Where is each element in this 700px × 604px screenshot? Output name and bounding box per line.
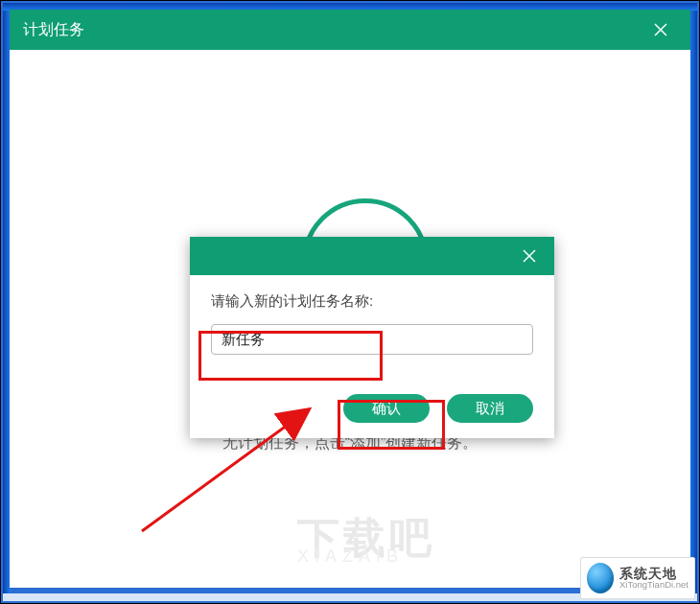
- badge-text: 系统天地 XiTongTianDi.net: [619, 567, 688, 591]
- modal-close-button[interactable]: [510, 237, 548, 275]
- confirm-button[interactable]: 确认: [343, 394, 430, 423]
- task-name-input[interactable]: [211, 324, 533, 355]
- site-badge: 系统天地 XiTongTianDi.net: [580, 557, 695, 599]
- window-close-button[interactable]: [641, 10, 681, 50]
- watermark-subtext: XIAZAIB: [297, 546, 404, 567]
- close-icon: [522, 248, 537, 264]
- titlebar: 计划任务: [10, 10, 690, 50]
- close-icon: [653, 22, 668, 37]
- new-task-modal: 请输入新的计划任务名称: 确认 取消: [190, 237, 554, 438]
- modal-body: 请输入新的计划任务名称: 确认 取消: [190, 275, 554, 438]
- globe-icon: [587, 563, 614, 593]
- modal-prompt: 请输入新的计划任务名称:: [211, 292, 533, 311]
- badge-subtitle: XiTongTianDi.net: [619, 580, 688, 590]
- desktop-edge: [689, 3, 697, 601]
- modal-button-row: 确认 取消: [343, 394, 533, 423]
- content-area: 下载吧 XIAZAIB 无计划任务，点击“添加”创建新任务。 请输入新的计划任务…: [10, 50, 690, 588]
- window-title: 计划任务: [23, 20, 84, 40]
- cancel-button[interactable]: 取消: [447, 394, 533, 423]
- badge-title: 系统天地: [619, 567, 688, 581]
- main-window: 计划任务 下载吧 XIAZAIB 无计划任务，点击“添加”创建新任务。 请输入新…: [10, 10, 690, 588]
- modal-header: [190, 237, 554, 275]
